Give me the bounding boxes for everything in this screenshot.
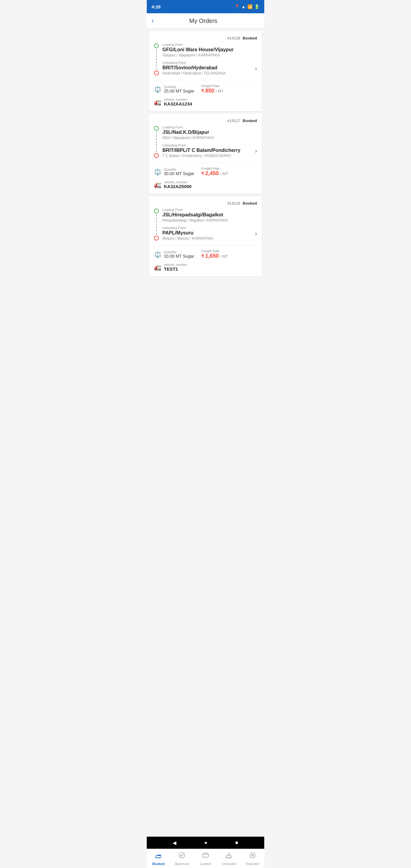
loading-name-0: GFG/Loni Ware House/Vijaypur [162, 47, 257, 53]
route-info-0: Loading Point GFG/Loni Ware House/Vijayp… [162, 43, 257, 75]
quantity-content-2: Quantity 10.00 MT Sugar [164, 250, 194, 258]
order-status-0: Booked [243, 36, 257, 40]
order-id-1: #14117 [227, 119, 240, 123]
wifi-icon: ▲ [241, 4, 246, 9]
unloading-info-0: Unloading Point BRIT/Sovino/Hyderabad Hy… [162, 61, 255, 75]
loading-address-1: INDI / Vijayapura / KARNATAKA [162, 135, 257, 140]
order-card-1[interactable]: #14117 Booked Loading Point JSL/Nad.K.D/… [149, 114, 262, 194]
back-button[interactable]: ‹ [152, 17, 154, 25]
details-row-2: ⚖️ Quantity 10.00 MT Sugar Freight Rate … [154, 249, 257, 259]
unloading-section-0: Unloading Point BRIT/Sovino/Hyderabad Hy… [162, 61, 257, 75]
route-dots-2 [154, 208, 159, 241]
vehicle-number-0: KA32AA1234 [164, 101, 192, 106]
loading-label-2: Loading Point [162, 208, 257, 212]
unloading-address-2: Mysuru / Mysuru / KARNATAKA [162, 236, 255, 241]
vehicle-number-2: TEST1 [164, 267, 187, 272]
vehicle-row-2: 🚛 vehicle_number TEST1 [154, 263, 257, 272]
quantity-label-1: Quantity [164, 167, 194, 171]
app-bar: ‹ My Orders [147, 13, 264, 29]
route-info-2: Loading Point JSL/Hirepadsalgi/Bagalkot … [162, 208, 257, 241]
unloading-label-1: Unloading Point [162, 144, 255, 147]
quantity-value-2: 10.00 MT Sugar [164, 254, 194, 258]
route-info-1: Loading Point JSL/Nad.K.D/Bijapur INDI /… [162, 125, 257, 158]
vehicle-number-1: KA32AZ0000 [164, 184, 192, 189]
quantity-item-1: ⚖️ Quantity 30.00 MT Sugar [154, 167, 194, 177]
truck-icon-2: 🚛 [154, 264, 161, 271]
chevron-right-1[interactable]: › [255, 147, 257, 154]
rupee-1: ₹ [201, 171, 205, 176]
route-line-1 [156, 132, 157, 152]
vehicle-content-2: vehicle_number TEST1 [164, 263, 187, 272]
unloading-dot-1 [154, 153, 159, 158]
quantity-value-0: 25.00 MT Sugar [164, 89, 194, 93]
loading-label-0: Loading Point [162, 43, 257, 46]
vehicle-content-0: vehicle_number KA32AA1234 [164, 98, 192, 106]
route-line-0 [156, 50, 157, 69]
route-section-0: Loading Point GFG/Loni Ware House/Vijayp… [154, 43, 257, 75]
loading-address-2: Hirepadasalagi / Bagalkot / KARNATAKA [162, 218, 257, 222]
details-row-1: ⚖️ Quantity 30.00 MT Sugar Freight Rate … [154, 167, 257, 177]
quantity-item-0: ⚖️ Quantity 25.00 MT Sugar [154, 84, 194, 94]
order-status-2: Booked [243, 201, 257, 206]
quantity-content-1: Quantity 30.00 MT Sugar [164, 167, 194, 176]
loading-address-0: Vijaypur / Vijayapura / KARNATAKA [162, 53, 257, 57]
freight-label-2: Freight Rate [201, 249, 228, 253]
loading-name-1: JSL/Nad.K.D/Bijapur [162, 130, 257, 135]
status-time: 4:28 [152, 4, 161, 9]
loading-label-1: Loading Point [162, 125, 257, 129]
quantity-value-1: 30.00 MT Sugar [164, 171, 194, 176]
vehicle-label-2: vehicle_number [164, 263, 187, 267]
quantity-item-2: ⚖️ Quantity 10.00 MT Sugar [154, 249, 194, 259]
freight-content-2: Freight Rate ₹ 1,650 / MT [201, 249, 228, 259]
order-id-0: #14118 [227, 36, 240, 40]
scales-icon-2: ⚖️ [154, 251, 161, 258]
unloading-label-0: Unloading Point [162, 61, 255, 64]
unloading-name-1: BRIT/IBPL/T C Balam/Pondicherry [162, 148, 255, 153]
unloading-name-2: PAPL/Mysuru [162, 230, 255, 236]
route-section-1: Loading Point JSL/Nad.K.D/Bijapur INDI /… [154, 125, 257, 158]
divider-0 [154, 80, 257, 81]
route-dots-1 [154, 125, 159, 158]
scales-icon-1: ⚖️ [154, 168, 161, 176]
unloading-section-1: Unloading Point BRIT/IBPL/T C Balam/Pond… [162, 144, 257, 158]
quantity-label-0: Quantity [164, 85, 194, 89]
chevron-right-0[interactable]: › [255, 65, 257, 72]
loading-name-2: JSL/Hirepadsalgi/Bagalkot [162, 212, 257, 218]
page-title: My Orders [157, 18, 249, 24]
freight-label-1: Freight Rate [201, 167, 228, 170]
unloading-label-2: Unloading Point [162, 226, 255, 230]
divider-2 [154, 245, 257, 246]
freight-content-1: Freight Rate ₹ 2,450 / MT [201, 167, 228, 177]
truck-icon-1: 🚛 [154, 181, 161, 188]
unloading-address-0: Hyderabad / Hyderabad / TELANGANA [162, 71, 255, 75]
quantity-label-2: Quantity [164, 250, 194, 254]
order-card-0[interactable]: #14118 Booked Loading Point GFG/Loni War… [149, 31, 262, 111]
loading-dot-2 [154, 209, 159, 213]
unloading-dot-2 [154, 236, 159, 241]
route-dots-0 [154, 43, 159, 75]
chevron-right-2[interactable]: › [255, 230, 257, 237]
unloading-section-2: Unloading Point PAPL/Mysuru Mysuru / Mys… [162, 226, 257, 241]
divider-1 [154, 163, 257, 163]
order-card-2[interactable]: #14115 Booked Loading Point JSL/Hirepads… [149, 196, 262, 276]
rupee-2: ₹ [201, 254, 205, 258]
loading-dot-1 [154, 126, 159, 131]
battery-icon: 🔋 [254, 4, 259, 9]
signal-icon: 📶 [247, 4, 253, 9]
unloading-info-2: Unloading Point PAPL/Mysuru Mysuru / Mys… [162, 226, 255, 241]
vehicle-label-1: vehicle_number [164, 180, 192, 184]
scales-icon-0: ⚖️ [154, 86, 161, 93]
freight-value-2: ₹ 1,650 / MT [201, 253, 228, 259]
status-icons: 📍 ▲ 📶 🔋 [234, 4, 259, 9]
freight-value-1: ₹ 2,450 / MT [201, 170, 228, 177]
quantity-content-0: Quantity 25.00 MT Sugar [164, 85, 194, 93]
rupee-0: ₹ [201, 89, 205, 93]
loading-section-1: Loading Point JSL/Nad.K.D/Bijapur INDI /… [162, 125, 257, 140]
route-line-2 [156, 215, 157, 235]
details-row-0: ⚖️ Quantity 25.00 MT Sugar Freight Rate … [154, 84, 257, 94]
order-id-2: #14115 [227, 201, 240, 206]
vehicle-row-0: 🚛 vehicle_number KA32AA1234 [154, 98, 257, 106]
freight-item-2: Freight Rate ₹ 1,650 / MT [201, 249, 228, 259]
freight-value-0: ₹ 850 / MT [201, 88, 224, 94]
orders-list: #14118 Booked Loading Point GFG/Loni War… [147, 29, 264, 303]
